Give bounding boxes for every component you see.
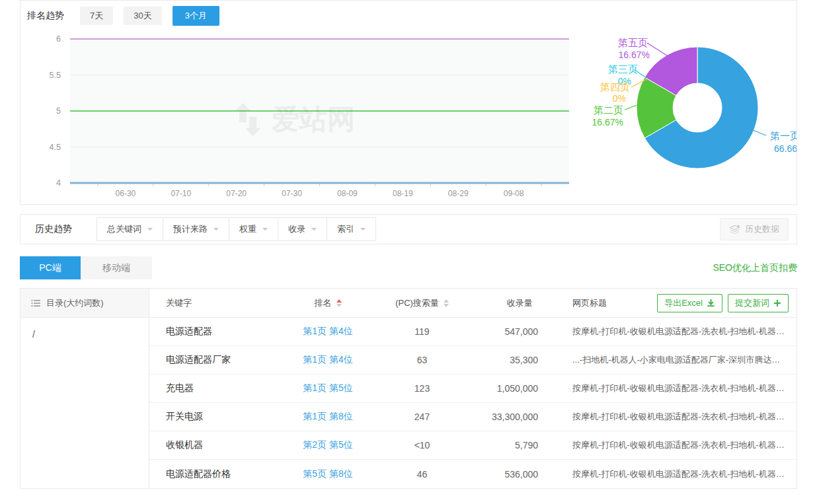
- rank-trend-panel: 排名趋势 7天30天3个月 44.555.5606-3007-1007-2007…: [20, 0, 797, 205]
- range-button-3[interactable]: 3个月: [173, 6, 219, 26]
- table-row: 收银机器 第2页 第5位 <10 5,790 按摩机-打印机-收银机电源适配器-…: [149, 431, 797, 460]
- svg-text:4.5: 4.5: [50, 143, 61, 152]
- trend-body: 44.555.5606-3007-1007-2007-3008-0908-190…: [20, 27, 797, 204]
- filter-dropdown-5[interactable]: 索引: [327, 217, 376, 241]
- table-body: 电源适配器 第1页 第4位 119 547,000 按摩机-打印机-收银机电源适…: [149, 318, 797, 488]
- sort-asc-icon[interactable]: [444, 299, 449, 303]
- svg-text:07-20: 07-20: [226, 189, 247, 198]
- seo-promo-link[interactable]: SEO优化上首页扣费: [713, 262, 797, 274]
- included-count-cell: 1,050,000: [467, 383, 572, 394]
- svg-text:66.66%: 66.66%: [774, 143, 797, 154]
- svg-text:16.67%: 16.67%: [619, 50, 650, 60]
- filter-dropdown-4[interactable]: 收录: [278, 217, 327, 241]
- svg-text:07-30: 07-30: [282, 189, 302, 198]
- tab-pc[interactable]: PC端: [20, 256, 81, 279]
- col-header-search-volume: (PC)搜索量: [377, 297, 467, 309]
- rank-cell: 第1页 第8位: [278, 411, 377, 423]
- page-title-header-label: 网页标题: [572, 297, 607, 309]
- sort-asc-icon[interactable]: [336, 299, 342, 303]
- rank-header-label: 排名: [315, 297, 332, 309]
- directory-item-root[interactable]: /: [20, 318, 149, 340]
- filter-label: 索引: [337, 223, 354, 235]
- page-title-cell: ...-扫地机-机器人-小家电电源适配器厂家-深圳市腾达兴电子有...: [572, 354, 797, 366]
- included-count-cell: 536,000: [467, 469, 572, 480]
- history-trend-bar: 历史趋势 总关键词预计来路权重收录索引 历史数据: [20, 214, 797, 244]
- included-count-cell: 547,000: [467, 326, 572, 337]
- keyword-cell: 电源适配器价格: [166, 468, 278, 480]
- filter-label: 总关键词: [107, 223, 141, 235]
- table-header-row: 关键字 排名 (PC)搜索量 收录量 网页: [149, 289, 797, 318]
- history-data-button[interactable]: 历史数据: [720, 218, 789, 240]
- keyword-cell: 开关电源: [166, 411, 278, 423]
- included-count-cell: 35,300: [467, 355, 572, 365]
- filter-dropdown-2[interactable]: 预计来路: [163, 217, 229, 241]
- page-title-cell: 按摩机-打印机-收银机电源适配器-洗衣机-扫地机-机器人-小家...: [572, 326, 797, 338]
- export-excel-button[interactable]: 导出Excel: [657, 294, 722, 312]
- rank-cell: 第1页 第5位: [278, 382, 377, 394]
- search-volume-cell: 119: [377, 326, 467, 337]
- svg-text:第四页: 第四页: [600, 81, 630, 92]
- included-count-cell: 5,790: [467, 440, 572, 450]
- sort-desc-icon[interactable]: [444, 304, 449, 307]
- sort-rank-control[interactable]: [336, 299, 342, 307]
- tab-mobile[interactable]: 移动端: [81, 256, 152, 279]
- chevron-down-icon: [262, 228, 268, 233]
- filter-label: 收录: [288, 223, 305, 235]
- keyword-table-panel: 目录(大约词数) / 关键字 排名 (PC)搜索量: [20, 288, 797, 489]
- col-header-page-title: 网页标题 导出Excel 提交新词: [572, 294, 797, 312]
- search-volume-cell: 46: [377, 469, 467, 480]
- range-button-2[interactable]: 30天: [124, 7, 161, 25]
- device-tabs: PC端移动端: [20, 256, 152, 279]
- table-row: 电源适配器价格 第5页 第8位 46 536,000 按摩机-打印机-收银机电源…: [149, 460, 797, 488]
- svg-text:0%: 0%: [613, 93, 626, 104]
- rank-link[interactable]: 第1页 第4位: [303, 354, 352, 365]
- download-icon: [707, 299, 715, 307]
- col-header-rank: 排名: [278, 297, 377, 309]
- svg-text:第五页: 第五页: [618, 37, 648, 48]
- donut-chart-svg: 第一页66.66%第二页16.67%第三页0%第四页0%第五页16.67%: [578, 27, 797, 204]
- col-header-included: 收录量: [467, 297, 572, 309]
- rank-link[interactable]: 第2页 第5位: [303, 439, 352, 450]
- rank-link[interactable]: 第5页 第8位: [303, 468, 352, 479]
- submit-new-keyword-button[interactable]: 提交新词: [728, 294, 789, 312]
- included-count-cell: 33,300,000: [467, 412, 572, 422]
- svg-text:16.67%: 16.67%: [592, 117, 623, 127]
- range-button-group: 7天30天3个月: [80, 6, 230, 26]
- keyword-cell: 收银机器: [166, 439, 278, 451]
- directory-header: 目录(大约词数): [20, 289, 149, 318]
- plus-icon: [773, 299, 781, 307]
- svg-text:08-19: 08-19: [393, 189, 413, 198]
- search-volume-cell: <10: [377, 440, 467, 450]
- svg-text:07-10: 07-10: [171, 189, 191, 198]
- page-title-cell: 按摩机-打印机-收银机电源适配器-洗衣机-扫地机-机器人-小家...: [572, 411, 797, 423]
- svg-text:06-30: 06-30: [116, 189, 136, 198]
- filter-dropdown-1[interactable]: 总关键词: [97, 217, 163, 241]
- range-button-1[interactable]: 7天: [80, 7, 113, 25]
- keyword-cell: 电源适配器: [166, 326, 278, 338]
- chevron-down-icon: [214, 228, 219, 233]
- page-title-cell: 按摩机-打印机-收银机电源适配器-洗衣机-扫地机-机器人-小家...: [572, 468, 797, 480]
- keyword-table: 关键字 排名 (PC)搜索量 收录量 网页: [149, 289, 797, 488]
- layers-icon: [729, 225, 740, 234]
- filter-dropdown-3[interactable]: 权重: [229, 217, 278, 241]
- rank-link[interactable]: 第1页 第8位: [303, 411, 352, 421]
- chevron-down-icon: [360, 228, 366, 233]
- list-icon: [31, 299, 40, 307]
- svg-text:5: 5: [56, 106, 61, 116]
- filter-label: 权重: [239, 223, 256, 235]
- submit-new-keyword-label: 提交新词: [735, 297, 769, 309]
- rank-link[interactable]: 第1页 第4位: [303, 326, 352, 336]
- page-title-cell: 按摩机-打印机-收银机电源适配器-洗衣机-扫地机-机器人-小家...: [572, 439, 797, 451]
- directory-column: 目录(大约词数) /: [20, 289, 149, 488]
- rank-link[interactable]: 第1页 第5位: [303, 382, 352, 393]
- sort-search-volume-control[interactable]: [444, 299, 449, 307]
- svg-text:6: 6: [56, 34, 61, 44]
- history-data-label: 历史数据: [745, 223, 779, 235]
- table-row: 充电器 第1页 第5位 123 1,050,000 按摩机-打印机-收银机电源适…: [149, 375, 797, 403]
- table-row: 电源适配器 第1页 第4位 119 547,000 按摩机-打印机-收银机电源适…: [149, 318, 797, 346]
- history-trend-title: 历史趋势: [35, 223, 72, 235]
- rank-cell: 第1页 第4位: [278, 354, 377, 366]
- sort-desc-icon[interactable]: [336, 304, 342, 307]
- svg-text:08-29: 08-29: [448, 189, 469, 198]
- chevron-down-icon: [311, 228, 317, 233]
